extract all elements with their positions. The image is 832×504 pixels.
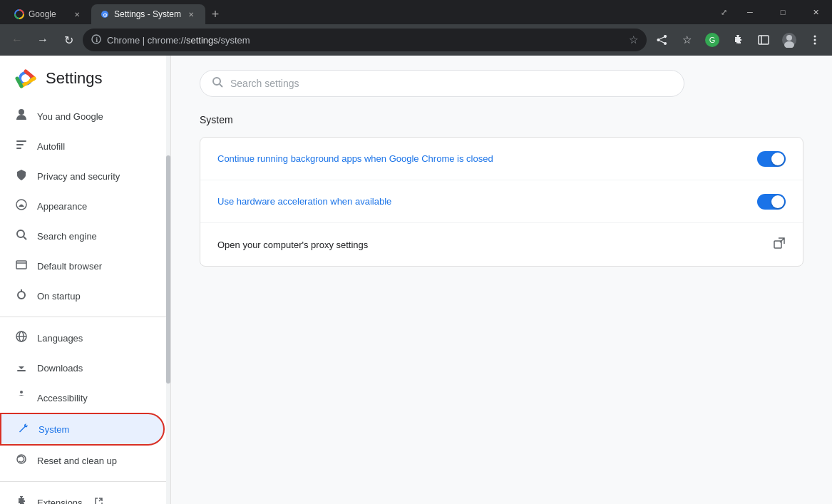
nav-divider	[0, 317, 170, 317]
svg-point-12	[814, 36, 816, 38]
search-bar-icon	[212, 76, 223, 91]
external-link-icon	[94, 497, 103, 504]
svg-rect-21	[16, 144, 24, 145]
search-placeholder: Search settings	[230, 78, 299, 89]
back-button[interactable]: ←	[6, 29, 29, 51]
sidebar-item-startup[interactable]: On startup	[0, 281, 165, 311]
svg-point-19	[19, 109, 24, 115]
svg-line-25	[24, 237, 26, 240]
omnibox-text: Chrome | chrome://settings/system	[107, 35, 623, 46]
sidebar-header: Settings	[0, 56, 170, 98]
tab-settings[interactable]: ⚙ Settings - System ✕	[91, 4, 205, 24]
setting-row-proxy: Open your computer's proxy settings	[200, 223, 803, 266]
sidebar-item-system[interactable]: System	[0, 413, 165, 446]
sidebar-item-label: Extensions	[37, 498, 83, 505]
accessibility-icon	[14, 390, 29, 406]
autofill-icon	[14, 138, 29, 154]
sidebar-item-autofill[interactable]: Autofill	[0, 131, 165, 161]
svg-text:G: G	[709, 36, 716, 44]
sidebar-item-downloads[interactable]: Downloads	[0, 353, 165, 383]
new-tab-button[interactable]: +	[205, 4, 225, 24]
omnibox-security-icon: ℹ	[91, 34, 101, 46]
main-layout: Settings You and Google Autofill	[0, 56, 832, 504]
share-icon[interactable]	[649, 29, 672, 51]
svg-point-14	[814, 43, 816, 45]
sidebar-item-label: Privacy and security	[37, 171, 120, 182]
svg-rect-7	[759, 36, 769, 44]
download-icon	[14, 360, 29, 376]
tab-google-close[interactable]: ✕	[71, 9, 83, 20]
profile-avatar[interactable]	[778, 29, 801, 51]
sidebar-item-extensions[interactable]: Extensions	[0, 488, 165, 504]
profile-circle-icon[interactable]: G	[701, 29, 724, 51]
svg-point-37	[213, 78, 220, 85]
hardware-acceleration-label[interactable]: Use hardware acceleration when available	[217, 196, 757, 207]
content-area: Search settings System Continue running …	[171, 56, 832, 504]
globe-icon	[14, 330, 29, 346]
tab-settings-close[interactable]: ✕	[185, 9, 197, 20]
nav-divider-2	[0, 481, 170, 482]
hardware-acceleration-toggle[interactable]	[757, 194, 786, 210]
sidebar-title: Settings	[46, 69, 103, 88]
sidebar-item-label: Downloads	[37, 363, 83, 374]
sidebar-item-label: Default browser	[37, 261, 102, 272]
sidebar-item-you-and-google[interactable]: You and Google	[0, 101, 165, 131]
wrench-icon	[16, 421, 30, 437]
background-apps-toggle[interactable]	[757, 151, 786, 167]
sidebar: Settings You and Google Autofill	[0, 56, 171, 504]
browser-icon	[14, 258, 29, 274]
svg-point-34	[20, 391, 23, 394]
close-button[interactable]: ✕	[799, 0, 832, 24]
sidebar-item-label: Autofill	[37, 141, 65, 152]
sidebar-toggle-icon[interactable]	[752, 29, 775, 51]
scrollbar-track[interactable]	[166, 56, 170, 504]
chrome-logo	[14, 67, 37, 90]
menu-icon[interactable]	[803, 29, 826, 51]
settings-card: Continue running background apps when Go…	[200, 137, 803, 267]
sidebar-item-label: Accessibility	[37, 393, 88, 403]
sidebar-item-label: Search engine	[37, 231, 97, 242]
section-title: System	[171, 114, 832, 137]
scrollbar-thumb[interactable]	[166, 155, 170, 384]
reload-button[interactable]: ↻	[57, 29, 80, 51]
setting-row-hardware-acceleration: Use hardware acceleration when available	[200, 180, 803, 223]
tab-google-favicon	[14, 9, 24, 19]
sidebar-item-label: Reset and clean up	[37, 456, 117, 466]
tabs-area: Google ✕ ⚙ Settings - System ✕ +	[0, 0, 832, 24]
sidebar-item-privacy[interactable]: Privacy and security	[0, 161, 165, 191]
svg-line-38	[220, 84, 222, 87]
sidebar-item-search[interactable]: Search engine	[0, 221, 165, 251]
svg-point-13	[814, 39, 816, 41]
svg-rect-33	[17, 370, 26, 371]
sidebar-item-label: Appearance	[37, 201, 87, 212]
sidebar-item-label: You and Google	[37, 111, 103, 122]
sidebar-item-accessibility[interactable]: Accessibility	[0, 383, 165, 413]
puzzle-icon	[14, 495, 29, 504]
toolbar-right: ☆ G	[649, 29, 826, 51]
forward-button[interactable]: →	[31, 29, 54, 51]
sidebar-item-languages[interactable]: Languages	[0, 323, 165, 353]
minimize-button[interactable]: ─	[734, 0, 766, 24]
proxy-external-link-icon[interactable]	[773, 237, 786, 253]
tab-google[interactable]: Google ✕	[6, 4, 91, 24]
sidebar-nav: You and Google Autofill Privacy and secu…	[0, 98, 170, 504]
extensions-puzzle-icon[interactable]	[726, 29, 749, 51]
sidebar-item-appearance[interactable]: Appearance	[0, 191, 165, 221]
shield-icon	[14, 168, 29, 184]
background-apps-label[interactable]: Continue running background apps when Go…	[217, 153, 757, 164]
sidebar-item-default-browser[interactable]: Default browser	[0, 251, 165, 281]
setting-row-background-apps: Continue running background apps when Go…	[200, 138, 803, 180]
search-bar[interactable]: Search settings	[200, 70, 684, 97]
svg-point-18	[22, 75, 29, 82]
omnibox[interactable]: ℹ Chrome | chrome://settings/system ☆	[83, 29, 647, 51]
omnibox-bookmark-icon[interactable]: ☆	[629, 34, 638, 46]
search-icon	[14, 228, 29, 244]
sidebar-item-label: System	[38, 424, 69, 435]
sidebar-item-reset[interactable]: Reset and clean up	[0, 446, 165, 475]
proxy-settings-label: Open your computer's proxy settings	[217, 240, 773, 250]
sidebar-item-label: On startup	[37, 291, 81, 302]
reset-icon	[14, 453, 29, 468]
tab-google-label: Google	[29, 9, 56, 19]
maximize-button[interactable]: □	[766, 0, 799, 24]
bookmark-icon[interactable]: ☆	[675, 29, 698, 51]
